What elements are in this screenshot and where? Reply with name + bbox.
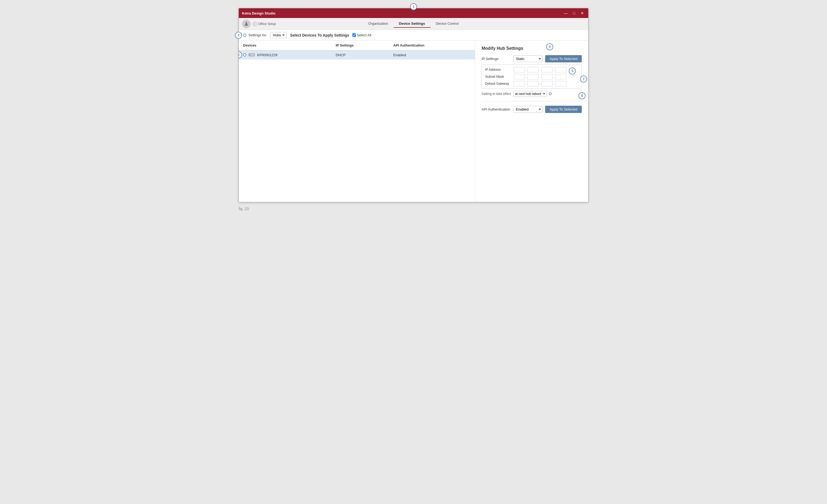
menu-bar: Office Setup Organization Device Setting… — [239, 18, 588, 30]
callout-7: 7 — [580, 75, 587, 82]
ip-octet-4[interactable] — [555, 67, 567, 72]
svg-point-1 — [255, 23, 255, 24]
setting-effect-radio[interactable] — [549, 93, 551, 95]
table-header-row: Devices IP Settings API Authentication — [239, 41, 475, 50]
ip-octet-1[interactable] — [514, 67, 525, 72]
device-row-indicator: KP00001229 — [243, 52, 327, 57]
apply-to-selected-btn-1[interactable]: Apply To Selected — [545, 55, 582, 62]
default-gateway-inputs: . . . — [514, 81, 567, 86]
callout-5: 5 — [569, 67, 576, 74]
select-devices-title: Select Devices To Apply Settings — [290, 33, 349, 37]
application-window: Ketra Design Studio — □ ✕ Office Setup O… — [239, 8, 588, 202]
callout-1: 1 — [410, 3, 417, 10]
col-api-auth: API Authentication — [389, 41, 475, 50]
ip-address-row: IP Address . . . — [485, 67, 578, 72]
ip-settings-label: IP Settings — [482, 57, 511, 61]
apply-to-selected-btn-2[interactable]: Apply To Selected — [545, 106, 582, 113]
office-setup-button[interactable]: Office Setup — [253, 22, 276, 26]
select-all-checkbox[interactable] — [352, 33, 356, 37]
device-name-cell: 3 KP00001229 — [239, 50, 331, 60]
svg-rect-4 — [251, 54, 254, 55]
setting-effect-label: Setting to take effect — [482, 92, 511, 96]
settings-panel: 4 Modify Hub Settings IP Settings Static… — [475, 41, 588, 202]
user-icon — [242, 20, 251, 28]
setting-effect-row: Setting to take effect at next hub reboo… — [482, 91, 582, 97]
device-name: KP00001229 — [257, 53, 277, 57]
tab-device-control[interactable]: Device Control — [431, 20, 464, 28]
svg-point-3 — [249, 54, 250, 55]
setting-effect-dropdown[interactable]: at next hub reboot immediately — [513, 91, 547, 97]
ip-fields-group: IP Address . . . Subnet Mask — [482, 64, 582, 89]
gateway-octet-3[interactable] — [541, 81, 553, 86]
api-auth-label: API Authentication — [482, 107, 511, 111]
device-api-auth: Enabled — [389, 50, 475, 60]
gateway-octet-1[interactable] — [514, 81, 525, 86]
col-devices: Devices — [239, 41, 331, 50]
ip-octet-3[interactable] — [541, 67, 553, 72]
subnet-octet-4[interactable] — [555, 74, 567, 79]
figure-caption: fig. 23 — [239, 207, 588, 211]
subnet-mask-row: Subnet Mask . . . — [485, 74, 578, 79]
ip-address-inputs: . . . — [514, 67, 567, 72]
subnet-octet-1[interactable] — [514, 74, 525, 79]
hub-device-icon — [248, 52, 255, 57]
content-area: Devices IP Settings API Authentication 3 — [239, 41, 588, 202]
ip-settings-row: IP Settings Static DHCP Apply To Selecte… — [482, 55, 582, 62]
callout-3: 3 — [239, 51, 242, 58]
tab-device-settings[interactable]: Device Settings — [394, 20, 431, 28]
subnet-mask-label: Subnet Mask — [485, 75, 512, 78]
svg-point-0 — [246, 22, 247, 24]
device-table: Devices IP Settings API Authentication 3 — [239, 41, 475, 59]
device-radio[interactable] — [243, 53, 246, 56]
minimize-button[interactable]: — — [563, 11, 569, 16]
tab-organization[interactable]: Organization — [363, 20, 394, 28]
ip-settings-dropdown[interactable]: Static DHCP — [514, 55, 543, 62]
app-title: Ketra Design Studio — [242, 11, 276, 15]
select-all-label: Select All — [357, 33, 371, 37]
select-all-group: Select All — [352, 33, 371, 37]
device-type-dropdown[interactable]: Hubs — [270, 32, 287, 38]
title-bar-controls: — □ ✕ — [563, 11, 586, 16]
api-auth-dropdown[interactable]: Enabled Disabled — [514, 106, 543, 113]
settings-for-group: Settings for: — [243, 33, 267, 37]
table-row[interactable]: 3 KP00001229 — [239, 50, 475, 60]
gateway-octet-2[interactable] — [527, 81, 539, 86]
office-setup-label: Office Setup — [258, 22, 276, 26]
subnet-octet-3[interactable] — [541, 74, 553, 79]
close-button[interactable]: ✕ — [579, 11, 586, 16]
api-auth-row: API Authentication Enabled Disabled Appl… — [482, 106, 582, 113]
office-setup-icon — [253, 22, 257, 26]
subnet-mask-inputs: . . . — [514, 74, 567, 79]
callout-6: 6 — [579, 92, 586, 99]
ip-address-label: IP Address — [485, 68, 512, 71]
subnet-octet-2[interactable] — [527, 74, 539, 79]
device-ip-settings: DHCP — [331, 50, 389, 60]
ip-octet-2[interactable] — [527, 67, 539, 72]
settings-bar: 2 Settings for: Hubs Select Devices To A… — [239, 30, 588, 41]
device-list-panel: Devices IP Settings API Authentication 3 — [239, 41, 475, 202]
settings-for-label: Settings for: — [248, 33, 267, 37]
modify-hub-settings-title: Modify Hub Settings — [482, 46, 582, 51]
callout-4: 4 — [546, 43, 553, 50]
default-gateway-label: Default Gateway — [485, 82, 512, 86]
callout-2: 2 — [235, 32, 242, 39]
maximize-button[interactable]: □ — [572, 11, 577, 16]
col-ip-settings: IP Settings — [331, 41, 389, 50]
default-gateway-row: Default Gateway . . . — [485, 81, 578, 86]
settings-for-radio[interactable] — [243, 34, 246, 37]
nav-tabs: Organization Device Settings Device Cont… — [363, 20, 464, 28]
gateway-octet-4[interactable] — [555, 81, 567, 86]
